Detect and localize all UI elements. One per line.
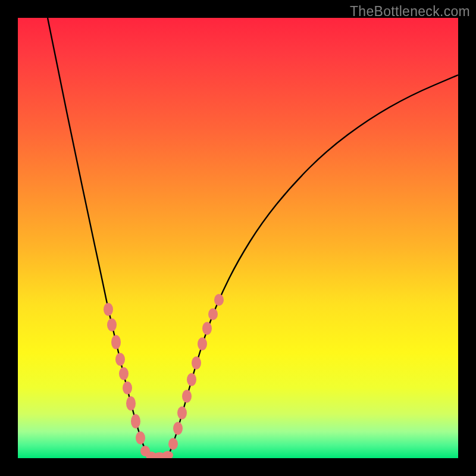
marker-dot	[177, 406, 187, 419]
marker-dot	[111, 335, 121, 349]
marker-dot	[126, 396, 136, 411]
marker-dot	[115, 353, 125, 366]
marker-overlay	[104, 294, 224, 458]
marker-dot	[119, 367, 129, 380]
marker-dot	[198, 337, 207, 350]
chart-svg	[18, 18, 458, 458]
plot-area	[18, 18, 458, 458]
marker-dot	[214, 294, 224, 306]
marker-dot	[168, 438, 178, 450]
right-branch-curve	[168, 75, 458, 457]
left-branch-curve	[48, 18, 150, 457]
marker-dot	[104, 303, 113, 316]
marker-dot	[202, 322, 212, 335]
marker-dot	[162, 451, 173, 458]
marker-dot	[192, 356, 201, 369]
watermark-text: TheBottleneck.com	[350, 4, 470, 20]
marker-dot	[131, 414, 140, 428]
marker-dot	[187, 373, 196, 386]
marker-dot	[173, 422, 183, 435]
marker-dot	[107, 318, 117, 331]
outer-frame: TheBottleneck.com	[0, 0, 476, 476]
marker-dot	[208, 308, 218, 320]
marker-dot	[123, 381, 132, 394]
marker-dot	[136, 431, 145, 444]
marker-dot	[182, 390, 192, 403]
